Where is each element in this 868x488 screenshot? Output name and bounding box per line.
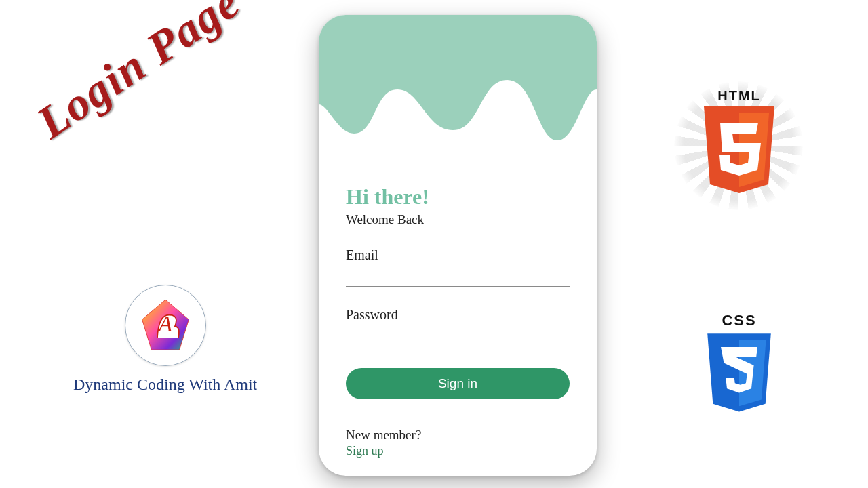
greeting-title: Hi there! bbox=[346, 184, 570, 209]
phone-mockup: Hi there! Welcome Back Email Password Si… bbox=[319, 15, 597, 476]
svg-text:A: A bbox=[157, 312, 173, 336]
html5-shield-icon bbox=[698, 106, 780, 198]
password-input[interactable] bbox=[346, 324, 570, 346]
thumbnail-stage: Login Page A Dynamic Coding With Amit bbox=[0, 0, 868, 488]
signup-question: New member? bbox=[346, 428, 421, 443]
password-label: Password bbox=[346, 307, 570, 323]
wave-decoration-icon bbox=[319, 15, 597, 163]
signup-footer: New member? Sign up bbox=[346, 428, 421, 458]
channel-block: A Dynamic Coding With Amit bbox=[100, 285, 230, 394]
email-input[interactable] bbox=[346, 264, 570, 287]
css3-shield-icon bbox=[703, 333, 776, 416]
css3-badge: CSS bbox=[698, 312, 780, 416]
css3-label: CSS bbox=[698, 312, 780, 329]
signin-button[interactable]: Sign in bbox=[346, 368, 570, 399]
email-label: Email bbox=[346, 247, 570, 263]
html5-label: HTML bbox=[685, 88, 793, 104]
greeting-subtitle: Welcome Back bbox=[346, 212, 570, 227]
channel-caption: Dynamic Coding With Amit bbox=[73, 375, 257, 394]
headline-text: Login Page bbox=[27, 0, 250, 149]
channel-avatar-icon: A bbox=[125, 285, 206, 366]
email-field-wrap: Email bbox=[346, 247, 570, 287]
html5-badge: HTML bbox=[685, 88, 793, 198]
login-form: Hi there! Welcome Back Email Password Si… bbox=[319, 163, 597, 399]
signup-link[interactable]: Sign up bbox=[346, 444, 421, 458]
password-field-wrap: Password bbox=[346, 307, 570, 346]
